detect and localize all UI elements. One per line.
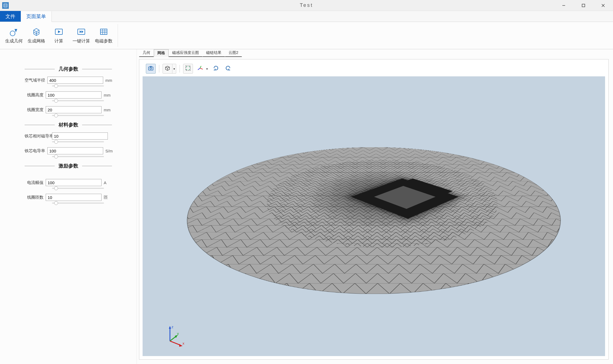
param-core-permeability: 铁芯相对磁导率 — [25, 132, 112, 140]
fit-view-button[interactable] — [183, 64, 193, 74]
rotate-cw-button[interactable] — [211, 64, 221, 74]
view-cube-dropdown-arrow[interactable]: ▾ — [172, 64, 176, 74]
maximize-button[interactable] — [574, 0, 593, 11]
content-area: 几何 网格 磁感应强度云图 磁链结果 云图2 ▾ ▾ — [137, 49, 613, 364]
viewer-canvas[interactable]: z y x — [143, 76, 605, 356]
play-fast-icon — [76, 27, 86, 37]
cube-icon — [164, 65, 170, 72]
viewer-toolbar: ▾ ▾ — [143, 63, 605, 75]
mesh-icon — [31, 27, 41, 37]
menu-tabs: 文件 页面菜单 — [0, 11, 613, 22]
slider-core-conductivity[interactable] — [52, 156, 104, 157]
param-label: 线圈匝数 — [25, 195, 44, 200]
param-unit: mm — [104, 93, 112, 97]
table-icon — [99, 27, 109, 37]
slider-coil-width[interactable] — [52, 115, 104, 116]
param-unit: S/m — [105, 149, 113, 153]
svg-line-21 — [198, 68, 200, 70]
param-core-conductivity: 铁芯电导率 S/m — [25, 147, 112, 154]
ribbon-compute[interactable]: 计算 — [48, 24, 70, 47]
ribbon-label: 电磁参数 — [95, 38, 112, 44]
view-cube-button[interactable] — [163, 64, 172, 74]
svg-text:y: y — [177, 331, 179, 336]
input-current-amplitude[interactable] — [46, 179, 102, 186]
ribbon-label: 计算 — [54, 38, 63, 44]
ribbon-generate-mesh[interactable]: 生成网格 — [26, 24, 47, 47]
play-icon — [54, 27, 64, 37]
param-label: 铁芯电导率 — [25, 148, 45, 154]
axis-gizmo: z y x — [162, 323, 184, 345]
input-core-permeability[interactable] — [52, 132, 108, 140]
axes-icon — [197, 65, 203, 73]
tab-cloud2[interactable]: 云图2 — [225, 49, 242, 57]
sidebar: 几何参数 空气域半径 mm 线圈高度 mm 线圈宽度 mm 材料参数 铁芯相对磁 — [0, 49, 137, 364]
mesh-visualization — [143, 147, 605, 294]
svg-text:x: x — [183, 341, 184, 345]
slider-coil-height[interactable] — [52, 100, 104, 101]
tab-flux-linkage[interactable]: 磁链结果 — [203, 49, 225, 57]
ribbon-generate-geometry[interactable]: 生成几何 — [3, 24, 25, 47]
axes-dropdown: ▾ — [195, 64, 209, 74]
svg-rect-10 — [100, 29, 107, 34]
slider-coil-turns[interactable] — [52, 203, 104, 204]
window-controls — [554, 0, 613, 11]
screenshot-button[interactable] — [146, 64, 156, 74]
fit-icon — [185, 65, 191, 72]
slider-air-radius[interactable] — [52, 85, 104, 86]
main-area: 几何参数 空气域半径 mm 线圈高度 mm 线圈宽度 mm 材料参数 铁芯相对磁 — [0, 49, 613, 364]
slider-current-amplitude[interactable] — [52, 188, 104, 189]
input-air-radius[interactable] — [47, 77, 103, 84]
svg-line-31 — [170, 341, 180, 345]
minimize-button[interactable] — [554, 0, 574, 11]
slider-core-permeability[interactable] — [52, 141, 104, 142]
ribbon-oneclick-compute[interactable]: 一键计算 — [71, 24, 92, 47]
param-unit: mm — [105, 78, 112, 83]
tab-flux-density[interactable]: 磁感应强度云图 — [169, 49, 203, 57]
section-excitation: 激励参数 — [25, 163, 112, 169]
svg-text:z: z — [172, 325, 174, 329]
ribbon-label: 一键计算 — [73, 38, 90, 44]
param-label: 线圈高度 — [25, 93, 44, 98]
rotate-ccw-button[interactable] — [223, 64, 233, 74]
input-coil-turns[interactable] — [46, 194, 102, 201]
menu-tab-file[interactable]: 文件 — [0, 11, 21, 22]
view-cube-dropdown: ▾ — [163, 64, 176, 74]
input-coil-width[interactable] — [46, 106, 102, 113]
close-button[interactable] — [593, 0, 613, 11]
param-label: 空气域半径 — [25, 78, 45, 83]
param-air-radius: 空气域半径 mm — [25, 77, 112, 84]
menu-tab-page[interactable]: 页面菜单 — [21, 11, 52, 22]
axes-dropdown-arrow[interactable]: ▾ — [205, 64, 209, 74]
svg-marker-26 — [169, 326, 171, 329]
input-coil-height[interactable] — [46, 91, 102, 99]
window-title: Test — [300, 2, 313, 8]
section-title: 几何参数 — [55, 66, 82, 72]
viewer-frame: ▾ ▾ — [139, 59, 609, 360]
section-geometry: 几何参数 — [25, 66, 112, 72]
section-title: 材料参数 — [55, 122, 82, 128]
param-coil-height: 线圈高度 mm — [25, 91, 112, 99]
svg-point-7 — [10, 31, 15, 36]
geometry-icon — [9, 27, 19, 37]
svg-point-16 — [150, 68, 152, 69]
section-material: 材料参数 — [25, 122, 112, 128]
param-unit: A — [104, 180, 112, 185]
ribbon-em-params[interactable]: 电磁参数 — [93, 24, 114, 47]
svg-point-24 — [143, 147, 605, 294]
rotate-cw-icon — [213, 65, 219, 73]
title-bar: Test — [0, 0, 613, 11]
svg-rect-17 — [150, 66, 152, 67]
svg-line-19 — [200, 68, 203, 69]
svg-line-28 — [170, 336, 176, 341]
param-current-amplitude: 电流幅值 A — [25, 179, 112, 186]
param-label: 线圈宽度 — [25, 107, 44, 112]
svg-rect-0 — [4, 4, 7, 7]
param-label: 铁芯相对磁导率 — [25, 134, 50, 139]
tab-mesh[interactable]: 网格 — [154, 49, 169, 57]
axes-button[interactable] — [195, 64, 205, 74]
tab-geometry[interactable]: 几何 — [139, 49, 154, 57]
svg-line-20 — [200, 66, 201, 68]
rotate-ccw-icon — [225, 65, 231, 73]
input-core-conductivity[interactable] — [47, 147, 103, 154]
param-coil-turns: 线圈匝数 匝 — [25, 194, 112, 201]
